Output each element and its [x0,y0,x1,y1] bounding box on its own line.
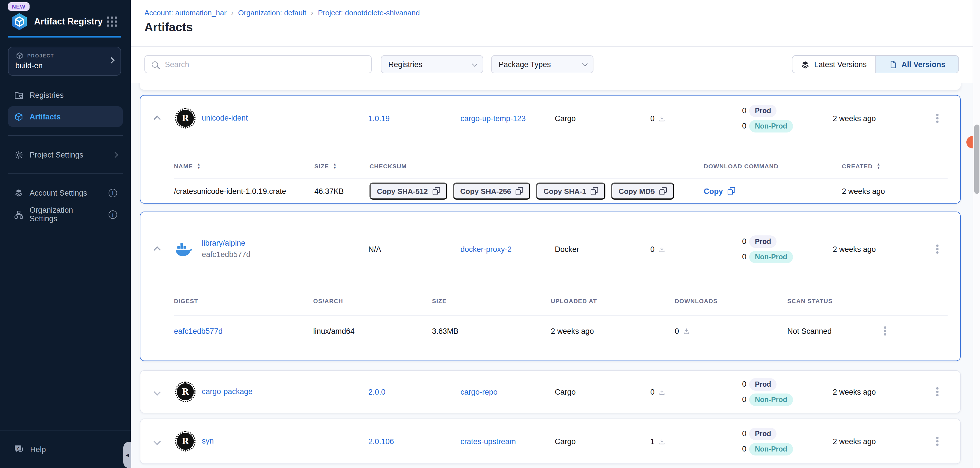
sidebar-item-organization-settings[interactable]: Organization Settings i [8,204,123,224]
help-button[interactable]: ? Help [0,430,131,468]
column-header-size[interactable]: SIZE [314,162,329,169]
sort-icon[interactable]: ▲▼ [333,162,337,169]
copy-download-command-link[interactable]: Copy [704,187,735,195]
kebab-menu-icon[interactable] [932,112,943,125]
info-icon: i [108,188,117,197]
download-icon [682,327,690,335]
copy-sha256-button[interactable]: Copy SHA-256 [453,183,530,200]
artifact-name-link[interactable]: syn [202,437,214,445]
versions-view-toggle: Latest Versions All Versions [792,55,959,73]
page-title: Artifacts [145,21,193,34]
harness-artifact-registry-logo-icon [10,13,29,31]
sidebar-item-project-settings[interactable]: Project Settings [8,145,123,165]
downloads-count: 1 [648,437,725,446]
scrollbar-track[interactable] [973,0,980,468]
artifact-name-link[interactable]: library/alpine [202,239,245,247]
kebab-menu-icon[interactable] [880,325,891,338]
sort-icon[interactable]: ▲▼ [877,162,881,169]
kebab-menu-icon[interactable] [932,385,943,399]
project-cube-icon [15,52,24,60]
package-type: Cargo [553,114,648,123]
artifact-version-link[interactable]: 1.0.19 [367,114,459,123]
kebab-menu-icon[interactable] [932,435,943,448]
breadcrumb-project-link[interactable]: Project: donotdelete-shivanand [318,8,420,17]
package-type: Cargo [553,388,648,396]
scrollbar-thumb[interactable] [974,124,980,194]
sidebar-item-label: Artifacts [30,112,61,121]
column-header-download-command: DOWNLOAD COMMAND [704,162,842,169]
chevron-right-icon [112,152,118,158]
info-icon: i [108,210,117,219]
files-subtable-header: NAME▲▼ SIZE▲▼ CHECKSUM DOWNLOAD COMMAND … [174,141,948,178]
artifact-registry-link[interactable]: docker-proxy-2 [459,245,553,253]
artifact-version-link[interactable]: 2.0.106 [367,437,459,446]
file-size: 46.37KB [314,187,369,195]
breadcrumb-organization-link[interactable]: Organization: default [238,8,306,17]
latest-versions-button[interactable]: Latest Versions [792,56,875,73]
artifact-registry-link[interactable]: cargo-repo [459,388,553,396]
header-divider [131,46,973,47]
sidebar-divider [8,174,123,174]
collapse-chevron-up-icon[interactable] [153,115,161,123]
main-content: Account: automation_har › Organization: … [131,0,973,468]
digest-link[interactable]: eafc1edb577d [174,327,313,335]
downloads-value: 0 [650,114,655,123]
sidebar-item-account-settings[interactable]: Account Settings i [8,183,123,203]
downloads-count: 0 [648,388,725,396]
artifact-version-link[interactable]: 2.0.0 [367,388,459,396]
copy-icon [728,187,735,195]
artifact-name-link[interactable]: unicode-ident [202,114,248,122]
app-switcher-grid-icon[interactable] [107,16,117,27]
copy-icon [591,187,598,195]
layers-icon [14,188,24,197]
search-icon [152,61,158,67]
package-type: Cargo [553,437,648,446]
registries-dropdown[interactable]: Registries [381,55,483,73]
download-icon [658,438,665,445]
copy-sha512-label: Copy SHA-512 [377,187,428,195]
expand-chevron-down-icon[interactable] [153,438,161,445]
breadcrumb-account-link[interactable]: Account: automation_har [145,8,226,17]
artifact-card-unicode-ident: R unicode-ident 1.0.19 cargo-up-temp-123… [140,95,961,204]
expand-chevron-down-icon[interactable] [153,388,161,395]
column-header-name[interactable]: NAME [174,162,193,169]
environment-counts: 0Prod 0Non-Prod [725,235,833,263]
all-versions-button[interactable]: All Versions [875,56,958,73]
copy-sha1-button[interactable]: Copy SHA-1 [536,183,605,200]
sort-icon[interactable]: ▲▼ [197,162,201,169]
search-input[interactable] [164,59,364,69]
docker-icon [175,242,199,256]
environment-counts: 0Prod 0Non-Prod [725,427,833,455]
gear-icon [14,150,24,159]
copy-sha512-button[interactable]: Copy SHA-512 [369,183,447,200]
copy-md5-button[interactable]: Copy MD5 [611,183,674,200]
sidebar-divider [8,135,123,136]
project-selector[interactable]: PROJECT build-en [8,47,121,76]
prod-badge: Prod [749,378,777,390]
kebab-menu-icon[interactable] [932,242,943,256]
artifact-registry-link[interactable]: crates-upstream [459,437,553,446]
latest-versions-label: Latest Versions [814,60,867,68]
column-header-checksum: CHECKSUM [369,162,704,169]
artifact-registry-link[interactable]: cargo-up-temp-123 [459,114,553,123]
updated-time: 2 weeks ago [833,388,932,396]
sidebar-item-registries[interactable]: Registries [8,85,123,105]
collapse-chevron-up-icon[interactable] [153,246,161,253]
artifact-digest-subtext: eafc1edb577d [202,250,250,259]
artifact-name-link[interactable]: cargo-package [202,387,253,396]
environment-counts: 0Prod 0Non-Prod [725,104,833,132]
filter-bar: Registries Package Types Latest Versions [145,55,959,73]
checksum-buttons: Copy SHA-512 Copy SHA-256 Copy SHA-1 Cop… [369,183,704,200]
package-types-dropdown[interactable]: Package Types [491,55,593,73]
artifact-row: R syn 2.0.106 crates-upstream Cargo 1 0P… [140,419,960,463]
new-badge: NEW [8,2,29,11]
help-label: Help [30,445,46,454]
sidebar-item-artifacts[interactable]: Artifacts [8,106,123,127]
org-chart-icon [14,210,24,219]
layers-icon [801,60,810,68]
artifact-row: library/alpine eafc1edb577d N/A docker-p… [140,212,960,286]
package-type: Docker [553,245,648,253]
sidebar-collapse-handle[interactable]: ◀ [123,442,131,468]
column-header-created[interactable]: CREATED [842,162,873,169]
artifacts-cube-icon [14,112,24,121]
